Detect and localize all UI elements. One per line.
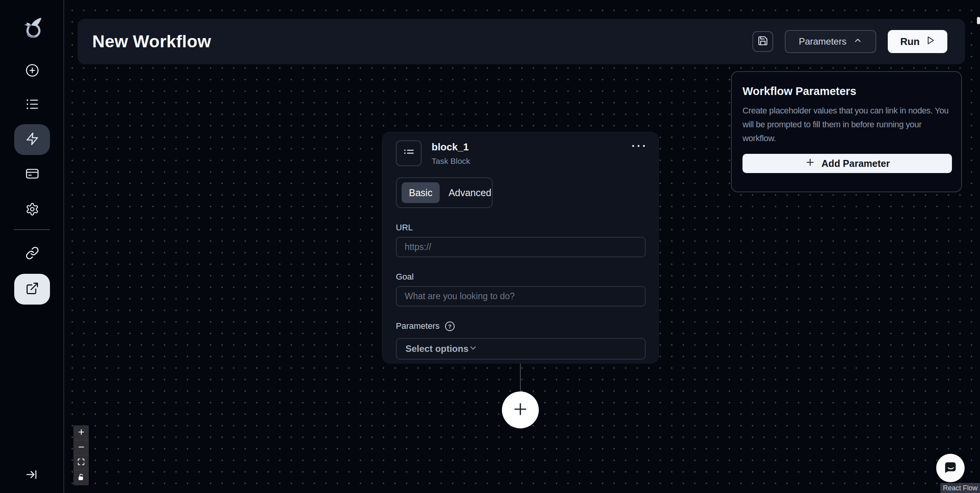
parameters-button-label: Parameters [799,36,846,47]
task-block-header: block_1 Task Block [396,140,645,166]
parameters-label-row: Parameters ? [396,321,645,331]
workflow-parameters-title: Workflow Parameters [742,85,950,98]
tab-basic[interactable]: Basic [402,182,440,203]
block-title: block_1 [432,141,470,153]
add-block-button[interactable] [502,391,539,428]
sidebar [0,0,64,493]
workflow-parameters-panel: Workflow Parameters Create placeholder v… [731,71,962,192]
sidebar-item-external[interactable] [14,274,50,305]
url-input[interactable] [396,237,646,257]
chevron-up-icon [853,36,862,47]
sidebar-collapse-button[interactable] [22,466,41,485]
list-icon [25,97,39,113]
sidebar-item-workflows[interactable] [14,124,50,155]
block-subtitle: Task Block [432,157,470,166]
parameters-select-placeholder: Select options [405,343,468,354]
block-more-options-icon[interactable] [632,145,645,147]
plus-circle-icon [25,63,39,79]
sidebar-item-create[interactable] [14,56,50,87]
workflow-header: New Workflow Parameters Run [78,19,965,64]
add-parameter-button[interactable]: Add Parameter [742,154,952,173]
mode-tabs: Basic Advanced [396,177,493,208]
goal-label: Goal [396,272,645,282]
link-icon [25,246,39,261]
gear-icon [25,202,39,218]
run-button[interactable]: Run [888,30,947,53]
attribution-label: React Flow [943,484,977,492]
play-icon [926,36,935,48]
zoom-out-button[interactable] [73,440,89,455]
unlock-icon [77,473,85,483]
sidebar-item-runs[interactable] [14,90,50,120]
parameters-toggle-button[interactable]: Parameters [785,30,876,53]
url-label: URL [396,223,645,233]
sidebar-divider [14,229,50,230]
canvas-controls [73,425,89,485]
save-icon [757,35,768,48]
block-icon-box [396,140,422,166]
zoom-in-button[interactable] [73,425,89,440]
task-block-node[interactable]: block_1 Task Block Basic Advanced URL Go… [382,132,659,363]
sidebar-item-settings[interactable] [14,195,50,225]
chevron-down-icon [468,343,478,354]
fit-view-button[interactable] [73,455,89,470]
lock-button[interactable] [73,470,89,485]
edge-connector [520,363,521,393]
workflow-parameters-description: Create placeholder values that you can l… [742,104,952,145]
parameters-select[interactable]: Select options [396,338,646,360]
parameters-label: Parameters [396,321,440,331]
list-icon [403,147,415,160]
arrow-right-to-line-icon [25,468,38,482]
add-parameter-label: Add Parameter [822,158,890,169]
sidebar-item-integrations[interactable] [14,238,50,269]
sidebar-item-billing[interactable] [14,159,50,190]
workflow-editor: New Workflow Parameters Run Wor [0,0,980,493]
chat-bubble-icon [943,460,958,476]
minus-icon [77,443,85,453]
run-button-label: Run [900,36,920,48]
plus-icon [511,400,530,420]
plus-icon [77,428,85,438]
scrollbar-thumb[interactable] [977,17,980,24]
save-button[interactable] [752,31,773,52]
header-actions: Parameters Run [752,30,947,53]
page-title: New Workflow [92,32,211,52]
tab-advanced[interactable]: Advanced [441,182,498,203]
zap-icon [25,132,39,147]
chat-launcher-button[interactable] [936,454,965,482]
credit-card-icon [25,167,39,182]
react-flow-attribution[interactable]: React Flow [940,483,980,493]
plus-icon [805,157,816,170]
block-titles: block_1 Task Block [432,141,470,166]
help-icon[interactable]: ? [445,321,455,331]
goal-input[interactable] [396,286,646,306]
dragon-logo [19,15,45,43]
external-link-icon [25,281,39,297]
fit-view-icon [77,458,85,467]
